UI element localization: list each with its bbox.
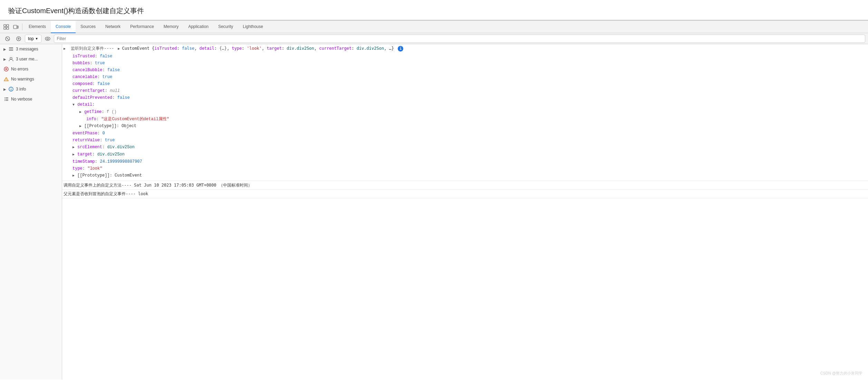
prop-bubbles: bubbles : true: [62, 60, 868, 67]
svg-rect-0: [4, 25, 6, 27]
info-icon: [8, 86, 14, 92]
console-text-2: 调用自定义事件上的自定义方法---- Sat Jun 10 2023 17:05…: [64, 182, 252, 188]
svg-point-28: [4, 99, 5, 99]
error-icon: [3, 66, 9, 72]
svg-rect-5: [17, 26, 18, 28]
event-prop-isTrusted-key: isTrusted: [154, 45, 177, 51]
svg-point-26: [11, 88, 11, 88]
prop-info-str: info : "这是CustomEvent的detail属性": [62, 116, 868, 123]
expand-triangle-target[interactable]: ▶: [73, 152, 77, 158]
expand-triangle-1[interactable]: ▶: [64, 46, 68, 52]
device-toolbar-btn[interactable]: [11, 22, 21, 32]
svg-point-23: [6, 80, 6, 80]
prop-defaultPrevented: defaultPrevented : false: [62, 94, 868, 101]
prop-eventPhase: eventPhase : 0: [62, 130, 868, 137]
filter-btn[interactable]: [14, 34, 23, 44]
sidebar-label-warnings: No warnings: [11, 77, 34, 82]
expand-icon: ▶: [3, 57, 6, 61]
prop-getTime: ▶ getTime : f (): [62, 108, 868, 116]
page-title: 验证CustomEvent()构造函数创建自定义事件: [0, 0, 868, 20]
filter-input[interactable]: [54, 35, 865, 43]
console-text-3: 父元素是否收到冒泡的自定义事件---- look: [64, 191, 148, 197]
tab-divider: [22, 23, 22, 30]
eye-btn[interactable]: [43, 34, 52, 44]
console-entry-1-props: isTrusted : false bubbles : true cancelB…: [62, 53, 868, 181]
tab-application[interactable]: Application: [183, 21, 213, 33]
prop-cancelable: cancelable : true: [62, 74, 868, 80]
tab-elements[interactable]: Elements: [24, 21, 51, 33]
svg-point-29: [4, 100, 5, 101]
devtools-panel: Elements Console Sources Network Perform…: [0, 20, 868, 379]
svg-rect-32: [6, 100, 8, 101]
chevron-down-icon: ▼: [35, 37, 38, 40]
expand-triangle-src[interactable]: ▶: [73, 144, 77, 151]
prop-timeStamp: timeStamp : 24.19999998807907: [62, 158, 868, 165]
tab-security[interactable]: Security: [213, 21, 238, 33]
tab-bar: Elements Console Sources Network Perform…: [0, 21, 868, 33]
console-entry-3-line: 父元素是否收到冒泡的自定义事件---- look: [62, 190, 868, 198]
event-summary-open: {: [152, 45, 154, 51]
tab-sources[interactable]: Sources: [76, 21, 100, 33]
svg-rect-2: [4, 27, 6, 29]
sidebar-item-errors[interactable]: No errors: [0, 64, 62, 74]
svg-rect-30: [6, 97, 8, 98]
expand-triangle-proto2[interactable]: ▶: [73, 173, 77, 179]
console-sidebar: ▶ 3 messages ▶: [0, 44, 62, 379]
prop-target: ▶ target : div.div2Son: [62, 151, 868, 158]
tab-performance[interactable]: Performance: [125, 21, 159, 33]
sidebar-item-verbose[interactable]: No verbose: [0, 94, 62, 104]
sidebar-item-user-messages[interactable]: ▶ 3 user me...: [0, 54, 62, 64]
console-output[interactable]: ▶ 监听到自定义事件---- ▶ CustomEvent { isTrusted…: [62, 44, 868, 379]
context-selector[interactable]: top ▼: [25, 35, 41, 43]
prop-composed: composed : false: [62, 80, 868, 87]
list-icon: [8, 46, 14, 52]
sidebar-label-info: 3 info: [16, 87, 26, 92]
verbose-icon: [3, 96, 9, 102]
svg-rect-14: [9, 47, 13, 48]
svg-rect-3: [7, 27, 9, 29]
svg-rect-31: [6, 99, 8, 99]
sidebar-item-messages[interactable]: ▶ 3 messages: [0, 44, 62, 54]
tab-memory[interactable]: Memory: [159, 21, 183, 33]
info-badge-1: i: [398, 46, 403, 51]
user-icon: [8, 56, 14, 62]
prop-returnValue: returnValue : true: [62, 137, 868, 144]
expand-icon: ▶: [3, 47, 6, 51]
console-entry-3: 父元素是否收到冒泡的自定义事件---- look: [62, 190, 868, 198]
warning-icon: [3, 76, 9, 82]
console-entry-2: 调用自定义事件上的自定义方法---- Sat Jun 10 2023 17:05…: [62, 181, 868, 190]
expand-triangle-detail[interactable]: ▼: [73, 102, 77, 108]
sidebar-label-verbose: No verbose: [11, 97, 32, 102]
sidebar-label-user-messages: 3 user me...: [16, 57, 38, 61]
tab-console[interactable]: Console: [51, 21, 76, 33]
watermark: CSDN @努力的小朱同学: [820, 371, 862, 376]
svg-rect-4: [13, 25, 17, 29]
prop-currentTarget: currentTarget : null: [62, 87, 868, 94]
console-entry-1: ▶ 监听到自定义事件---- ▶ CustomEvent { isTrusted…: [62, 44, 868, 181]
svg-point-13: [47, 38, 48, 39]
prop-prototype-object: ▶ [[Prototype]] : Object: [62, 123, 868, 130]
console-main: ▶ 3 messages ▶: [0, 44, 868, 379]
expand-triangle-getTime[interactable]: ▶: [79, 109, 84, 115]
expand-triangle-event[interactable]: ▶: [118, 46, 122, 52]
prop-type: type : "look": [62, 165, 868, 172]
clear-console-btn[interactable]: [3, 34, 12, 44]
prop-prototype-customevent: ▶ [[Prototype]] : CustomEvent: [62, 172, 868, 179]
tab-lighthouse[interactable]: Lighthouse: [238, 21, 268, 33]
expand-icon: ▶: [3, 87, 6, 91]
prop-cancelBubble: cancelBubble : false: [62, 67, 868, 74]
context-label: top: [28, 36, 34, 41]
inspect-element-btn[interactable]: [1, 22, 11, 32]
page-title-text: 验证CustomEvent()构造函数创建自定义事件: [8, 7, 144, 15]
svg-point-12: [45, 37, 50, 40]
sidebar-item-info[interactable]: ▶ 3 info: [0, 84, 62, 94]
svg-point-17: [10, 57, 12, 59]
sidebar-label-errors: No errors: [11, 67, 28, 72]
svg-rect-1: [7, 25, 9, 27]
svg-rect-15: [9, 49, 13, 49]
sidebar-item-warnings[interactable]: No warnings: [0, 74, 62, 84]
event-prop-isTrusted-val: false: [182, 45, 194, 51]
expand-triangle-proto[interactable]: ▶: [79, 123, 84, 130]
tab-network[interactable]: Network: [100, 21, 125, 33]
prop-detail-header: ▼ detail :: [62, 101, 868, 108]
